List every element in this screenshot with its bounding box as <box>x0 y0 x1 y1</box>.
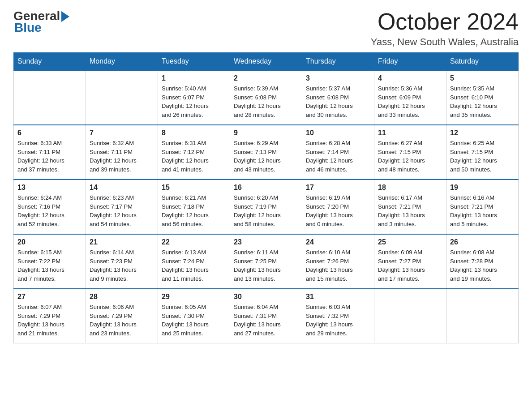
day-number: 20 <box>17 238 82 246</box>
day-info: Sunrise: 6:20 AM Sunset: 7:19 PM Dayligh… <box>234 193 298 228</box>
day-info: Sunrise: 5:40 AM Sunset: 6:07 PM Dayligh… <box>162 84 226 119</box>
day-info: Sunrise: 6:33 AM Sunset: 7:11 PM Dayligh… <box>17 139 82 174</box>
calendar-cell: 24Sunrise: 6:10 AM Sunset: 7:26 PM Dayli… <box>302 234 374 289</box>
day-number: 28 <box>90 293 154 301</box>
day-number: 7 <box>90 129 154 137</box>
day-info: Sunrise: 6:32 AM Sunset: 7:11 PM Dayligh… <box>90 139 154 174</box>
day-number: 5 <box>450 74 515 82</box>
calendar-cell: 3Sunrise: 5:37 AM Sunset: 6:08 PM Daylig… <box>302 70 374 125</box>
day-info: Sunrise: 6:23 AM Sunset: 7:17 PM Dayligh… <box>90 193 154 228</box>
calendar-cell: 31Sunrise: 6:03 AM Sunset: 7:32 PM Dayli… <box>302 289 374 343</box>
column-header-sunday: Sunday <box>14 53 86 71</box>
day-info: Sunrise: 6:05 AM Sunset: 7:30 PM Dayligh… <box>162 303 226 338</box>
day-info: Sunrise: 6:06 AM Sunset: 7:29 PM Dayligh… <box>90 303 154 338</box>
day-info: Sunrise: 6:09 AM Sunset: 7:27 PM Dayligh… <box>378 248 442 283</box>
day-info: Sunrise: 6:21 AM Sunset: 7:18 PM Dayligh… <box>162 193 226 228</box>
page-header: General Blue October 2024 Yass, New Sout… <box>13 9 519 48</box>
calendar-cell: 19Sunrise: 6:16 AM Sunset: 7:21 PM Dayli… <box>446 180 519 234</box>
calendar-cell: 10Sunrise: 6:28 AM Sunset: 7:14 PM Dayli… <box>302 125 374 180</box>
day-info: Sunrise: 5:39 AM Sunset: 6:08 PM Dayligh… <box>234 84 298 119</box>
day-info: Sunrise: 6:28 AM Sunset: 7:14 PM Dayligh… <box>306 139 370 174</box>
calendar-cell: 1Sunrise: 5:40 AM Sunset: 6:07 PM Daylig… <box>158 70 230 125</box>
calendar-cell: 26Sunrise: 6:08 AM Sunset: 7:28 PM Dayli… <box>446 234 519 289</box>
day-number: 25 <box>378 238 442 246</box>
day-info: Sunrise: 6:14 AM Sunset: 7:23 PM Dayligh… <box>90 248 154 283</box>
day-number: 30 <box>234 293 298 301</box>
day-number: 19 <box>450 184 515 192</box>
calendar-cell: 12Sunrise: 6:25 AM Sunset: 7:15 PM Dayli… <box>446 125 519 180</box>
day-number: 31 <box>306 293 370 301</box>
calendar-cell: 7Sunrise: 6:32 AM Sunset: 7:11 PM Daylig… <box>86 125 158 180</box>
day-info: Sunrise: 6:07 AM Sunset: 7:29 PM Dayligh… <box>17 303 82 338</box>
calendar-cell <box>86 70 158 125</box>
logo: General Blue <box>13 9 69 35</box>
day-number: 3 <box>306 74 370 82</box>
day-info: Sunrise: 6:31 AM Sunset: 7:12 PM Dayligh… <box>162 139 226 174</box>
day-number: 26 <box>450 238 515 246</box>
calendar-week-row: 1Sunrise: 5:40 AM Sunset: 6:07 PM Daylig… <box>14 70 519 125</box>
calendar-cell: 29Sunrise: 6:05 AM Sunset: 7:30 PM Dayli… <box>158 289 230 343</box>
column-header-monday: Monday <box>86 53 158 71</box>
calendar-table: SundayMondayTuesdayWednesdayThursdayFrid… <box>13 52 519 343</box>
day-info: Sunrise: 6:15 AM Sunset: 7:22 PM Dayligh… <box>17 248 82 283</box>
calendar-week-row: 27Sunrise: 6:07 AM Sunset: 7:29 PM Dayli… <box>14 289 519 343</box>
day-number: 6 <box>17 129 82 137</box>
day-info: Sunrise: 6:08 AM Sunset: 7:28 PM Dayligh… <box>450 248 515 283</box>
logo-blue: Blue <box>14 21 42 35</box>
day-info: Sunrise: 6:16 AM Sunset: 7:21 PM Dayligh… <box>450 193 515 228</box>
day-number: 18 <box>378 184 442 192</box>
day-number: 9 <box>234 129 298 137</box>
column-header-tuesday: Tuesday <box>158 53 230 71</box>
day-info: Sunrise: 6:03 AM Sunset: 7:32 PM Dayligh… <box>306 303 370 338</box>
day-number: 10 <box>306 129 370 137</box>
day-info: Sunrise: 6:19 AM Sunset: 7:20 PM Dayligh… <box>306 193 370 228</box>
calendar-cell: 9Sunrise: 6:29 AM Sunset: 7:13 PM Daylig… <box>230 125 302 180</box>
day-number: 27 <box>17 293 82 301</box>
day-info: Sunrise: 6:11 AM Sunset: 7:25 PM Dayligh… <box>234 248 298 283</box>
day-info: Sunrise: 5:37 AM Sunset: 6:08 PM Dayligh… <box>306 84 370 119</box>
day-number: 13 <box>17 184 82 192</box>
day-info: Sunrise: 6:29 AM Sunset: 7:13 PM Dayligh… <box>234 139 298 174</box>
calendar-cell: 6Sunrise: 6:33 AM Sunset: 7:11 PM Daylig… <box>14 125 86 180</box>
day-info: Sunrise: 6:04 AM Sunset: 7:31 PM Dayligh… <box>234 303 298 338</box>
calendar-cell: 21Sunrise: 6:14 AM Sunset: 7:23 PM Dayli… <box>86 234 158 289</box>
calendar-cell: 30Sunrise: 6:04 AM Sunset: 7:31 PM Dayli… <box>230 289 302 343</box>
day-info: Sunrise: 6:13 AM Sunset: 7:24 PM Dayligh… <box>162 248 226 283</box>
day-number: 24 <box>306 238 370 246</box>
calendar-cell: 25Sunrise: 6:09 AM Sunset: 7:27 PM Dayli… <box>374 234 446 289</box>
month-title: October 2024 <box>371 9 519 34</box>
day-number: 4 <box>378 74 442 82</box>
day-info: Sunrise: 5:36 AM Sunset: 6:09 PM Dayligh… <box>378 84 442 119</box>
calendar-cell: 14Sunrise: 6:23 AM Sunset: 7:17 PM Dayli… <box>86 180 158 234</box>
column-header-wednesday: Wednesday <box>230 53 302 71</box>
day-info: Sunrise: 6:17 AM Sunset: 7:21 PM Dayligh… <box>378 193 442 228</box>
calendar-cell: 28Sunrise: 6:06 AM Sunset: 7:29 PM Dayli… <box>86 289 158 343</box>
day-number: 11 <box>378 129 442 137</box>
calendar-cell: 5Sunrise: 5:35 AM Sunset: 6:10 PM Daylig… <box>446 70 519 125</box>
day-info: Sunrise: 6:10 AM Sunset: 7:26 PM Dayligh… <box>306 248 370 283</box>
calendar-week-row: 6Sunrise: 6:33 AM Sunset: 7:11 PM Daylig… <box>14 125 519 180</box>
calendar-cell: 18Sunrise: 6:17 AM Sunset: 7:21 PM Dayli… <box>374 180 446 234</box>
calendar-cell: 4Sunrise: 5:36 AM Sunset: 6:09 PM Daylig… <box>374 70 446 125</box>
day-info: Sunrise: 6:24 AM Sunset: 7:16 PM Dayligh… <box>17 193 82 228</box>
calendar-cell <box>374 289 446 343</box>
title-section: October 2024 Yass, New South Wales, Aust… <box>371 9 519 48</box>
calendar-cell: 20Sunrise: 6:15 AM Sunset: 7:22 PM Dayli… <box>14 234 86 289</box>
column-header-saturday: Saturday <box>446 53 519 71</box>
day-number: 22 <box>162 238 226 246</box>
day-info: Sunrise: 5:35 AM Sunset: 6:10 PM Dayligh… <box>450 84 515 119</box>
column-header-thursday: Thursday <box>302 53 374 71</box>
calendar-cell: 22Sunrise: 6:13 AM Sunset: 7:24 PM Dayli… <box>158 234 230 289</box>
day-number: 14 <box>90 184 154 192</box>
calendar-cell: 11Sunrise: 6:27 AM Sunset: 7:15 PM Dayli… <box>374 125 446 180</box>
day-number: 16 <box>234 184 298 192</box>
day-number: 21 <box>90 238 154 246</box>
day-number: 12 <box>450 129 515 137</box>
calendar-cell: 27Sunrise: 6:07 AM Sunset: 7:29 PM Dayli… <box>14 289 86 343</box>
calendar-week-row: 20Sunrise: 6:15 AM Sunset: 7:22 PM Dayli… <box>14 234 519 289</box>
calendar-cell: 16Sunrise: 6:20 AM Sunset: 7:19 PM Dayli… <box>230 180 302 234</box>
logo-triangle-icon <box>61 11 69 22</box>
day-number: 17 <box>306 184 370 192</box>
day-info: Sunrise: 6:25 AM Sunset: 7:15 PM Dayligh… <box>450 139 515 174</box>
calendar-cell: 23Sunrise: 6:11 AM Sunset: 7:25 PM Dayli… <box>230 234 302 289</box>
